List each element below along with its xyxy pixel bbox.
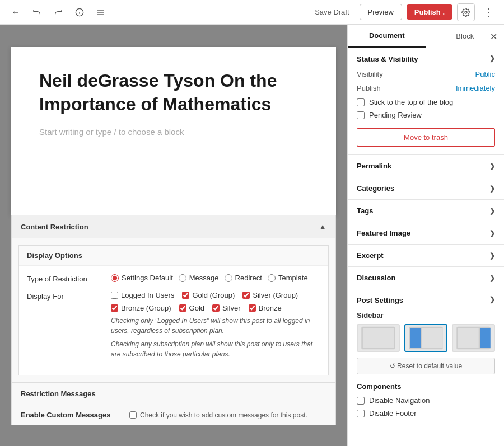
check-silver-input[interactable] bbox=[212, 304, 220, 312]
display-options-body: Type of Restriction Settings Default Mes… bbox=[19, 266, 328, 375]
section-tags-header[interactable]: Tags ❯ bbox=[348, 200, 504, 222]
enable-custom-check[interactable]: Check if you wish to add custom messages… bbox=[129, 411, 307, 419]
section-excerpt-header[interactable]: Excerpt ❯ bbox=[348, 245, 504, 266]
check-silver-group-label: Silver (Group) bbox=[253, 291, 298, 299]
section-status-visibility-title: Status & Visibility bbox=[357, 55, 418, 63]
layout-left-sidebar[interactable] bbox=[404, 324, 447, 352]
section-discussion: Discussion ❯ bbox=[348, 267, 504, 289]
check-bronze-group-input[interactable] bbox=[111, 304, 118, 312]
enable-custom-label: Enable Custom Messages bbox=[21, 411, 122, 419]
svg-point-6 bbox=[465, 11, 467, 13]
content-restriction-toggle[interactable]: ▲ bbox=[319, 222, 326, 231]
check-logged-in-input[interactable] bbox=[111, 292, 118, 299]
disable-footer-checkbox[interactable] bbox=[357, 410, 365, 417]
pending-review-checkbox[interactable] bbox=[357, 111, 365, 119]
section-discussion-header[interactable]: Discussion ❯ bbox=[348, 267, 504, 289]
disable-footer-row: Disable Footer bbox=[357, 409, 495, 417]
section-featured-image-title: Featured Image bbox=[357, 229, 410, 237]
move-to-trash-button[interactable]: Move to trash bbox=[357, 128, 495, 147]
content-restriction-panel: Content Restriction ▲ Display Options Ty… bbox=[11, 215, 336, 425]
reset-default-button[interactable]: ↺ Reset to default value bbox=[357, 358, 495, 374]
chevron-down-permalink-icon: ❯ bbox=[489, 162, 495, 170]
radio-settings-default-label: Settings Default bbox=[122, 274, 173, 282]
display-options-box: Display Options Type of Restriction Sett… bbox=[18, 245, 329, 375]
layout-no-sidebar[interactable] bbox=[357, 324, 400, 352]
section-permalink-title: Permalink bbox=[357, 162, 391, 170]
post-placeholder[interactable]: Start writing or type / to choose a bloc… bbox=[39, 127, 308, 137]
check-silver-group-input[interactable] bbox=[242, 292, 250, 299]
check-bronze-group[interactable]: Bronze (Group) bbox=[111, 304, 171, 312]
section-featured-image-header[interactable]: Featured Image ❯ bbox=[348, 222, 504, 244]
visibility-value[interactable]: Public bbox=[475, 70, 495, 78]
stick-to-top-row: Stick to the top of the blog bbox=[357, 98, 495, 106]
content-restriction-header[interactable]: Content Restriction ▲ bbox=[12, 215, 335, 238]
settings-button[interactable] bbox=[457, 3, 475, 21]
radio-redirect-input[interactable] bbox=[225, 274, 232, 282]
undo-button[interactable] bbox=[28, 3, 46, 21]
radio-settings-default-input[interactable] bbox=[111, 274, 119, 282]
components-section: Components Disable Navigation Disable Fo… bbox=[357, 382, 495, 417]
check-silver-group[interactable]: Silver (Group) bbox=[242, 291, 298, 299]
visibility-label: Visibility bbox=[357, 70, 383, 78]
radio-template-input[interactable] bbox=[268, 274, 276, 282]
list-view-button[interactable] bbox=[92, 3, 110, 21]
section-permalink-header[interactable]: Permalink ❯ bbox=[348, 155, 504, 177]
publish-label: Publish bbox=[357, 84, 381, 92]
preview-button[interactable]: Preview bbox=[360, 4, 402, 20]
section-categories-title: Categories bbox=[357, 184, 394, 193]
redo-button[interactable] bbox=[49, 3, 67, 21]
visibility-row: Visibility Public bbox=[357, 70, 495, 78]
publish-row: Publish Immediately bbox=[357, 84, 495, 92]
section-status-visibility-header[interactable]: Status & Visibility ❮ bbox=[348, 48, 504, 70]
display-for-label: Display For bbox=[27, 291, 100, 301]
svg-rect-8 bbox=[363, 328, 394, 348]
check-gold[interactable]: Gold bbox=[179, 304, 204, 312]
svg-rect-11 bbox=[422, 328, 443, 348]
stick-to-top-checkbox[interactable] bbox=[357, 98, 365, 106]
radio-settings-default[interactable]: Settings Default bbox=[111, 274, 173, 282]
svg-rect-14 bbox=[480, 328, 490, 348]
pending-review-row: Pending Review bbox=[357, 111, 495, 119]
toolbar-right-actions: Save Draft Preview Publish . ⋮ bbox=[309, 3, 497, 21]
enable-custom-input[interactable] bbox=[129, 411, 137, 419]
post-title[interactable]: Neil deGrasse Tyson On the Importance of… bbox=[39, 69, 308, 116]
info-button[interactable] bbox=[71, 3, 88, 21]
disable-navigation-checkbox[interactable] bbox=[357, 397, 365, 405]
radio-message[interactable]: Message bbox=[179, 274, 219, 282]
back-button[interactable]: ← bbox=[7, 3, 25, 21]
info-text-1: Checking only "Logged In Users" will sho… bbox=[111, 316, 320, 336]
display-for-controls: Logged In Users Gold (Group) Silver (Gro… bbox=[111, 291, 320, 359]
type-restriction-row: Type of Restriction Settings Default Mes… bbox=[27, 274, 320, 283]
radio-redirect[interactable]: Redirect bbox=[225, 274, 262, 282]
chevron-down-excerpt-icon: ❯ bbox=[489, 252, 495, 260]
section-categories-header[interactable]: Categories ❯ bbox=[348, 177, 504, 199]
chevron-down-tags-icon: ❯ bbox=[489, 207, 495, 215]
radio-template[interactable]: Template bbox=[268, 274, 308, 282]
check-gold-group-label: Gold (Group) bbox=[192, 291, 235, 299]
pending-review-label: Pending Review bbox=[369, 111, 422, 119]
check-silver[interactable]: Silver bbox=[212, 304, 241, 312]
check-bronze[interactable]: Bronze bbox=[249, 304, 282, 312]
layout-right-sidebar[interactable] bbox=[452, 324, 495, 352]
main-layout: Neil deGrasse Tyson On the Importance of… bbox=[0, 25, 504, 446]
display-for-checkboxes: Logged In Users Gold (Group) Silver (Gro… bbox=[111, 291, 320, 312]
publish-value[interactable]: Immediately bbox=[456, 84, 495, 92]
check-bronze-group-label: Bronze (Group) bbox=[121, 304, 171, 312]
check-logged-in[interactable]: Logged In Users bbox=[111, 291, 174, 299]
tab-document[interactable]: Document bbox=[348, 25, 426, 48]
check-gold-group[interactable]: Gold (Group) bbox=[182, 291, 235, 299]
section-post-settings-header[interactable]: Post Settings ❮ bbox=[348, 289, 504, 311]
section-post-settings: Post Settings ❮ Sidebar bbox=[348, 289, 504, 430]
check-gold-group-input[interactable] bbox=[182, 292, 189, 299]
more-options-button[interactable]: ⋮ bbox=[479, 3, 497, 21]
publish-button[interactable]: Publish . bbox=[407, 4, 452, 20]
check-bronze-input[interactable] bbox=[249, 304, 256, 312]
check-silver-label: Silver bbox=[222, 304, 241, 312]
check-gold-input[interactable] bbox=[179, 304, 186, 312]
section-excerpt-title: Excerpt bbox=[357, 251, 384, 260]
chevron-down-categories-icon: ❯ bbox=[489, 185, 495, 193]
save-draft-button[interactable]: Save Draft bbox=[309, 4, 354, 20]
sidebar-close-button[interactable]: ✕ bbox=[488, 29, 500, 44]
radio-message-input[interactable] bbox=[179, 274, 186, 282]
display-options-title: Display Options bbox=[19, 246, 328, 266]
